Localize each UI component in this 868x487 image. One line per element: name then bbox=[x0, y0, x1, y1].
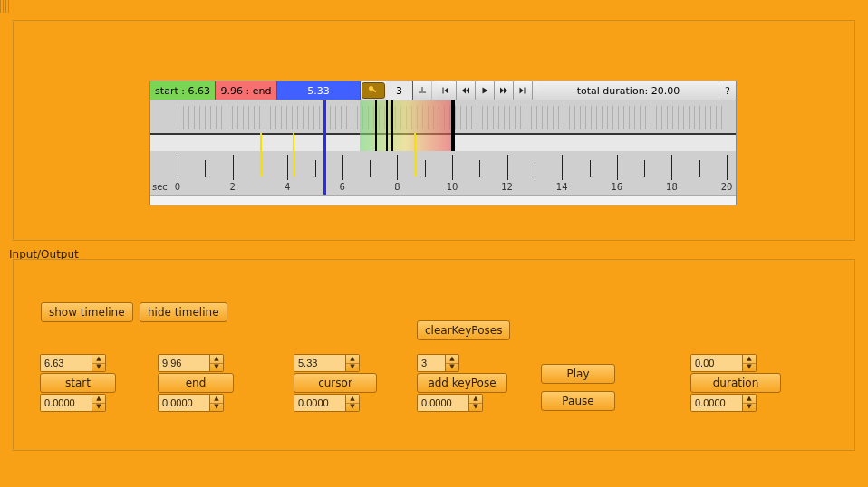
forward-end-button[interactable] bbox=[514, 81, 533, 100]
spin-up[interactable]: ▲ bbox=[210, 355, 223, 364]
keypose-delta-input[interactable] bbox=[418, 395, 468, 411]
start-value-input[interactable] bbox=[41, 355, 92, 371]
spin-arrows[interactable]: ▲▼ bbox=[742, 395, 756, 411]
spin-arrows[interactable]: ▲▼ bbox=[92, 355, 105, 371]
keypose-marker[interactable] bbox=[414, 133, 416, 177]
start-button[interactable]: start bbox=[40, 373, 116, 393]
segment-marker bbox=[375, 100, 377, 151]
timeline-toolbar: start : 6.63 9.96 : end 5.33 3 bbox=[150, 81, 736, 100]
end-delta-spin[interactable]: ▲▼ bbox=[158, 394, 224, 412]
end-readout[interactable]: 9.96 : end bbox=[216, 81, 277, 100]
cursor-marker[interactable] bbox=[323, 100, 326, 195]
spin-up[interactable]: ▲ bbox=[92, 395, 105, 404]
spin-up[interactable]: ▲ bbox=[446, 355, 458, 364]
duration-value-input[interactable] bbox=[691, 355, 742, 371]
svg-marker-5 bbox=[462, 88, 466, 94]
help-button[interactable]: ? bbox=[719, 81, 736, 100]
keypose-count-readout: 3 bbox=[386, 81, 413, 100]
cursor-value-spin[interactable]: ▲▼ bbox=[294, 354, 360, 372]
spin-arrows[interactable]: ▲▼ bbox=[445, 355, 458, 371]
keypose-value-spin[interactable]: ▲▼ bbox=[417, 354, 459, 372]
axis-tick-label: 20 bbox=[721, 182, 733, 192]
hide-timeline-button[interactable]: hide timeline bbox=[140, 302, 227, 322]
axis-unit-label: sec bbox=[152, 182, 168, 192]
spin-down[interactable]: ▼ bbox=[92, 404, 105, 412]
time-axis: sec 02468101214161820 bbox=[150, 151, 736, 195]
track-mid-strip bbox=[150, 133, 736, 153]
axis-tick-label: 0 bbox=[175, 182, 180, 192]
cursor-delta-spin[interactable]: ▲▼ bbox=[294, 394, 360, 412]
end-button[interactable]: end bbox=[158, 373, 234, 393]
cursor-value-input[interactable] bbox=[294, 355, 345, 371]
svg-rect-2 bbox=[419, 91, 426, 93]
svg-marker-9 bbox=[504, 88, 507, 94]
cursor-button[interactable]: cursor bbox=[294, 373, 377, 393]
duration-delta-input[interactable] bbox=[691, 395, 742, 411]
spin-arrows[interactable]: ▲▼ bbox=[345, 395, 359, 411]
cursor-delta-input[interactable] bbox=[294, 395, 345, 411]
start-readout[interactable]: start : 6.63 bbox=[150, 81, 216, 100]
start-delta-spin[interactable]: ▲▼ bbox=[40, 394, 106, 412]
spin-arrows[interactable]: ▲▼ bbox=[345, 355, 359, 371]
spin-arrows[interactable]: ▲▼ bbox=[92, 395, 105, 411]
keypose-marker[interactable] bbox=[293, 133, 294, 177]
svg-marker-4 bbox=[445, 88, 448, 94]
forward-button[interactable] bbox=[495, 81, 514, 100]
svg-rect-11 bbox=[525, 88, 526, 94]
end-marker[interactable] bbox=[451, 100, 455, 151]
cursor-readout[interactable]: 5.33 bbox=[277, 81, 361, 100]
spin-up[interactable]: ▲ bbox=[469, 395, 482, 404]
spin-down[interactable]: ▼ bbox=[743, 404, 756, 412]
spin-down[interactable]: ▼ bbox=[346, 364, 359, 372]
spin-down[interactable]: ▼ bbox=[92, 364, 105, 372]
spin-up[interactable]: ▲ bbox=[92, 355, 105, 364]
svg-marker-6 bbox=[466, 88, 469, 94]
spin-down[interactable]: ▼ bbox=[446, 364, 458, 372]
spin-down[interactable]: ▼ bbox=[346, 404, 359, 412]
spin-arrows[interactable]: ▲▼ bbox=[742, 355, 756, 371]
keypose-marker[interactable] bbox=[260, 133, 262, 177]
play-button[interactable] bbox=[476, 81, 495, 100]
pause-big-button[interactable]: Pause bbox=[541, 391, 615, 411]
duration-delta-spin[interactable]: ▲▼ bbox=[690, 394, 757, 412]
window-grip[interactable] bbox=[0, 0, 9, 13]
io-panel: show timeline hide timeline clearKeyPose… bbox=[13, 259, 855, 451]
start-value-spin[interactable]: ▲▼ bbox=[40, 354, 106, 372]
rewind-button[interactable] bbox=[457, 81, 476, 100]
stamp-icon[interactable] bbox=[413, 81, 432, 100]
spin-up[interactable]: ▲ bbox=[743, 395, 756, 404]
clear-keyposes-button[interactable]: clearKeyPoses bbox=[417, 320, 510, 340]
spin-up[interactable]: ▲ bbox=[210, 395, 223, 404]
spin-up[interactable]: ▲ bbox=[346, 355, 359, 364]
spin-down[interactable]: ▼ bbox=[210, 364, 223, 372]
spin-down[interactable]: ▼ bbox=[743, 364, 756, 372]
keypose-icon[interactable] bbox=[362, 82, 385, 99]
end-value-spin[interactable]: ▲▼ bbox=[158, 354, 224, 372]
duration-button[interactable]: duration bbox=[690, 373, 781, 393]
total-duration-readout: total duration: 20.00 bbox=[538, 81, 719, 100]
keypose-delta-spin[interactable]: ▲▼ bbox=[417, 394, 483, 412]
spin-up[interactable]: ▲ bbox=[346, 395, 359, 404]
svg-rect-3 bbox=[443, 88, 444, 94]
axis-tick-label: 6 bbox=[340, 182, 345, 192]
timeline-track[interactable]: sec 02468101214161820 bbox=[150, 100, 736, 195]
keypose-value-input[interactable] bbox=[418, 355, 445, 371]
add-keypose-button[interactable]: add keyPose bbox=[417, 373, 507, 393]
spin-down[interactable]: ▼ bbox=[210, 404, 223, 412]
spin-up[interactable]: ▲ bbox=[743, 355, 756, 364]
start-delta-input[interactable] bbox=[41, 395, 92, 411]
spin-arrows[interactable]: ▲▼ bbox=[468, 395, 482, 411]
spin-arrows[interactable]: ▲▼ bbox=[209, 355, 223, 371]
show-timeline-button[interactable]: show timeline bbox=[41, 302, 133, 322]
axis-tick-label: 8 bbox=[394, 182, 400, 192]
spin-down[interactable]: ▼ bbox=[469, 404, 482, 412]
spin-arrows[interactable]: ▲▼ bbox=[209, 395, 223, 411]
rewind-start-button[interactable] bbox=[438, 81, 457, 100]
svg-marker-10 bbox=[520, 88, 524, 94]
end-delta-input[interactable] bbox=[159, 395, 209, 411]
duration-value-spin[interactable]: ▲▼ bbox=[690, 354, 757, 372]
play-big-button[interactable]: Play bbox=[541, 364, 615, 384]
end-value-input[interactable] bbox=[159, 355, 209, 371]
svg-marker-8 bbox=[500, 88, 504, 94]
axis-tick-label: 10 bbox=[447, 182, 458, 192]
